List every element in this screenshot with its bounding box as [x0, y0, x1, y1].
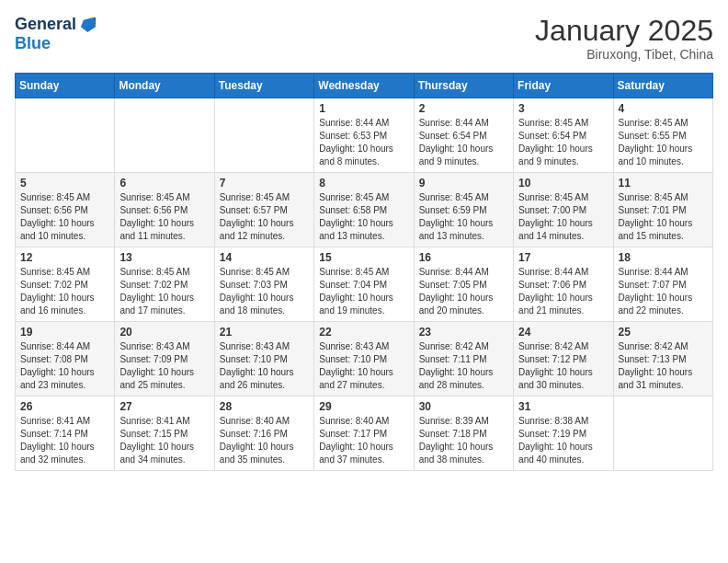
day-info: Sunrise: 8:42 AM Sunset: 7:11 PM Dayligh…	[419, 340, 508, 392]
day-info: Sunrise: 8:45 AM Sunset: 7:02 PM Dayligh…	[119, 266, 209, 317]
day-info: Sunrise: 8:40 AM Sunset: 7:16 PM Dayligh…	[220, 415, 309, 466]
calendar-cell: 14Sunrise: 8:45 AM Sunset: 7:03 PM Dayli…	[214, 247, 313, 322]
day-info: Sunrise: 8:45 AM Sunset: 7:02 PM Dayligh…	[20, 266, 109, 317]
day-number: 17	[518, 251, 608, 264]
weekday-header: Thursday	[414, 74, 513, 98]
calendar-cell: 9Sunrise: 8:45 AM Sunset: 6:59 PM Daylig…	[414, 173, 513, 247]
day-number: 16	[419, 251, 508, 264]
weekday-header: Friday	[514, 74, 613, 98]
day-info: Sunrise: 8:45 AM Sunset: 6:56 PM Dayligh…	[20, 191, 109, 243]
day-info: Sunrise: 8:42 AM Sunset: 7:13 PM Dayligh…	[619, 340, 708, 392]
day-info: Sunrise: 8:44 AM Sunset: 7:08 PM Dayligh…	[20, 340, 109, 392]
day-number: 8	[319, 177, 408, 190]
day-info: Sunrise: 8:44 AM Sunset: 6:53 PM Dayligh…	[319, 117, 408, 168]
weekday-header: Saturday	[613, 74, 712, 98]
calendar-week-row: 12Sunrise: 8:45 AM Sunset: 7:02 PM Dayli…	[16, 247, 713, 322]
day-info: Sunrise: 8:41 AM Sunset: 7:14 PM Dayligh…	[20, 415, 109, 466]
day-info: Sunrise: 8:44 AM Sunset: 7:07 PM Dayligh…	[619, 266, 708, 317]
page-header: General Blue January 2025 Biruxong, Tibe…	[15, 15, 713, 62]
day-number: 29	[319, 400, 408, 413]
calendar-cell: 1Sunrise: 8:44 AM Sunset: 6:53 PM Daylig…	[314, 98, 414, 173]
day-number: 31	[518, 400, 608, 413]
weekday-header-row: SundayMondayTuesdayWednesdayThursdayFrid…	[16, 74, 713, 98]
calendar-cell: 17Sunrise: 8:44 AM Sunset: 7:06 PM Dayli…	[514, 247, 613, 322]
day-info: Sunrise: 8:41 AM Sunset: 7:15 PM Dayligh…	[119, 415, 209, 466]
calendar-cell: 19Sunrise: 8:44 AM Sunset: 7:08 PM Dayli…	[16, 322, 115, 396]
calendar-cell: 31Sunrise: 8:38 AM Sunset: 7:19 PM Dayli…	[514, 396, 613, 471]
day-number: 19	[20, 326, 109, 339]
day-number: 30	[419, 400, 508, 413]
day-info: Sunrise: 8:45 AM Sunset: 6:55 PM Dayligh…	[619, 117, 708, 168]
calendar-cell: 7Sunrise: 8:45 AM Sunset: 6:57 PM Daylig…	[214, 173, 313, 247]
day-number: 26	[20, 400, 109, 413]
calendar-cell: 16Sunrise: 8:44 AM Sunset: 7:05 PM Dayli…	[414, 247, 513, 322]
calendar-cell: 18Sunrise: 8:44 AM Sunset: 7:07 PM Dayli…	[613, 247, 712, 322]
day-info: Sunrise: 8:45 AM Sunset: 6:57 PM Dayligh…	[220, 191, 309, 243]
day-number: 7	[220, 177, 309, 190]
day-number: 4	[619, 102, 708, 115]
calendar-cell: 28Sunrise: 8:40 AM Sunset: 7:16 PM Dayli…	[214, 396, 313, 471]
day-number: 14	[220, 251, 309, 264]
day-info: Sunrise: 8:45 AM Sunset: 6:59 PM Dayligh…	[419, 191, 508, 243]
day-info: Sunrise: 8:45 AM Sunset: 6:54 PM Dayligh…	[518, 117, 608, 168]
day-info: Sunrise: 8:45 AM Sunset: 6:56 PM Dayligh…	[119, 191, 209, 243]
calendar-week-row: 1Sunrise: 8:44 AM Sunset: 6:53 PM Daylig…	[16, 98, 713, 173]
day-info: Sunrise: 8:45 AM Sunset: 7:04 PM Dayligh…	[319, 266, 408, 317]
calendar-cell: 4Sunrise: 8:45 AM Sunset: 6:55 PM Daylig…	[613, 98, 712, 173]
day-info: Sunrise: 8:42 AM Sunset: 7:12 PM Dayligh…	[518, 340, 608, 392]
calendar-cell: 26Sunrise: 8:41 AM Sunset: 7:14 PM Dayli…	[16, 396, 115, 471]
day-number: 25	[619, 326, 708, 339]
calendar-cell: 13Sunrise: 8:45 AM Sunset: 7:02 PM Dayli…	[115, 247, 214, 322]
day-number: 13	[119, 251, 209, 264]
day-number: 3	[518, 102, 608, 115]
calendar-cell: 11Sunrise: 8:45 AM Sunset: 7:01 PM Dayli…	[613, 173, 712, 247]
day-number: 20	[119, 326, 209, 339]
calendar-cell: 3Sunrise: 8:45 AM Sunset: 6:54 PM Daylig…	[514, 98, 613, 173]
calendar-cell: 30Sunrise: 8:39 AM Sunset: 7:18 PM Dayli…	[414, 396, 513, 471]
day-number: 9	[419, 177, 508, 190]
calendar-cell	[613, 396, 712, 471]
calendar-cell	[115, 98, 214, 173]
month-title: January 2025	[535, 15, 713, 47]
day-number: 27	[119, 400, 209, 413]
calendar-week-row: 5Sunrise: 8:45 AM Sunset: 6:56 PM Daylig…	[16, 173, 713, 247]
day-number: 11	[619, 177, 708, 190]
logo-text: General Blue	[15, 15, 98, 53]
day-number: 12	[20, 251, 109, 264]
calendar-week-row: 19Sunrise: 8:44 AM Sunset: 7:08 PM Dayli…	[16, 322, 713, 396]
weekday-header: Sunday	[16, 74, 115, 98]
day-number: 28	[220, 400, 309, 413]
day-number: 15	[319, 251, 408, 264]
day-number: 6	[119, 177, 209, 190]
svg-marker-0	[81, 17, 96, 32]
calendar-cell: 8Sunrise: 8:45 AM Sunset: 6:58 PM Daylig…	[314, 173, 414, 247]
calendar-cell: 23Sunrise: 8:42 AM Sunset: 7:11 PM Dayli…	[414, 322, 513, 396]
day-info: Sunrise: 8:44 AM Sunset: 6:54 PM Dayligh…	[419, 117, 508, 168]
day-info: Sunrise: 8:38 AM Sunset: 7:19 PM Dayligh…	[518, 415, 608, 466]
calendar-cell: 15Sunrise: 8:45 AM Sunset: 7:04 PM Dayli…	[314, 247, 414, 322]
day-number: 21	[220, 326, 309, 339]
day-info: Sunrise: 8:39 AM Sunset: 7:18 PM Dayligh…	[419, 415, 508, 466]
weekday-header: Tuesday	[214, 74, 313, 98]
day-info: Sunrise: 8:45 AM Sunset: 6:58 PM Dayligh…	[319, 191, 408, 243]
calendar-cell: 21Sunrise: 8:43 AM Sunset: 7:10 PM Dayli…	[214, 322, 313, 396]
day-info: Sunrise: 8:43 AM Sunset: 7:10 PM Dayligh…	[319, 340, 408, 392]
day-info: Sunrise: 8:45 AM Sunset: 7:03 PM Dayligh…	[220, 266, 309, 317]
calendar-cell: 5Sunrise: 8:45 AM Sunset: 6:56 PM Daylig…	[16, 173, 115, 247]
day-number: 1	[319, 102, 408, 115]
day-info: Sunrise: 8:44 AM Sunset: 7:06 PM Dayligh…	[518, 266, 608, 317]
location: Biruxong, Tibet, China	[535, 47, 713, 62]
calendar-cell: 2Sunrise: 8:44 AM Sunset: 6:54 PM Daylig…	[414, 98, 513, 173]
day-info: Sunrise: 8:44 AM Sunset: 7:05 PM Dayligh…	[419, 266, 508, 317]
day-number: 10	[518, 177, 608, 190]
day-info: Sunrise: 8:43 AM Sunset: 7:10 PM Dayligh…	[220, 340, 309, 392]
day-info: Sunrise: 8:43 AM Sunset: 7:09 PM Dayligh…	[119, 340, 209, 392]
title-block: January 2025 Biruxong, Tibet, China	[535, 15, 713, 62]
day-info: Sunrise: 8:40 AM Sunset: 7:17 PM Dayligh…	[319, 415, 408, 466]
weekday-header: Monday	[115, 74, 214, 98]
day-number: 2	[419, 102, 508, 115]
calendar-cell: 22Sunrise: 8:43 AM Sunset: 7:10 PM Dayli…	[314, 322, 414, 396]
calendar-cell: 25Sunrise: 8:42 AM Sunset: 7:13 PM Dayli…	[613, 322, 712, 396]
calendar-cell: 10Sunrise: 8:45 AM Sunset: 7:00 PM Dayli…	[514, 173, 613, 247]
day-number: 23	[419, 326, 508, 339]
